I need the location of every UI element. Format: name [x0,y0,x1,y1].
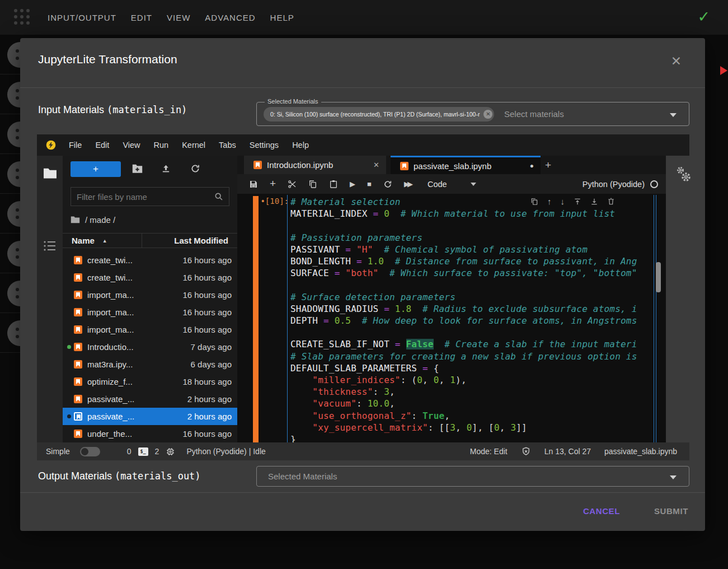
sort-ascending-icon[interactable]: ▲ [102,238,107,244]
material-chip[interactable]: 0: Si, Silicon (100) surface (reconstruc… [264,107,494,122]
move-cell-up-icon[interactable]: ↑ [547,197,552,206]
app-menu-view[interactable]: VIEW [167,13,190,22]
jupyter-menu-file[interactable]: File [62,141,88,150]
kernel-count[interactable]: 2 [155,447,159,456]
jupyter-menu-help[interactable]: Help [285,141,316,150]
close-icon[interactable]: ✕ [671,55,682,68]
check-icon[interactable]: ✓ [697,8,710,26]
kernel-status-icon[interactable] [650,180,658,188]
run-icon[interactable]: ▶ [350,180,355,188]
chevron-down-icon[interactable] [670,113,677,117]
insert-cell-icon[interactable]: + [270,178,276,190]
file-browser-tab-icon[interactable] [43,167,57,179]
app-logo-icon[interactable] [14,9,31,26]
kernel-name-button[interactable]: Python (Pyodide) [583,180,645,189]
terminal-count[interactable]: 0 [127,447,131,456]
statusbar-filename[interactable]: passivate_slab.ipynb [604,447,677,456]
cancel-button[interactable]: CANCEL [583,506,620,516]
file-row[interactable]: Introductio...7 days ago [63,338,237,356]
file-row[interactable]: import_ma...16 hours ago [63,321,237,338]
kernel-chip-icon[interactable] [166,447,175,456]
file-filter-input[interactable] [71,192,214,202]
red-pointer-icon [720,66,727,75]
cell-toolbar: ↑ ↓ [530,197,615,206]
insert-cell-above-icon[interactable] [574,198,581,206]
file-name: create_twi... [87,255,133,265]
chevron-down-icon[interactable] [670,475,677,479]
breadcrumb-path[interactable]: / made / [85,215,115,225]
upload-icon[interactable] [161,164,171,174]
search-icon[interactable] [214,192,223,201]
notebook-scrollbar[interactable] [656,262,661,292]
tab-close-icon[interactable]: ✕ [373,161,379,169]
kernel-running-dot [67,380,71,384]
notebook-icon [74,273,82,282]
output-materials-select[interactable]: Selected Materials [256,466,689,487]
new-folder-icon[interactable] [132,164,143,173]
input-materials-code: (materials_in) [107,104,187,115]
file-row[interactable]: under_the...16 hours ago [63,425,237,442]
cell-type-dropdown[interactable]: Code [428,180,447,189]
jupyterlite-frame: FileEditViewRunKernelTabsSettingsHelp + [37,134,689,498]
kernel-running-dot [67,397,71,401]
jupyter-menu-view[interactable]: View [116,141,147,150]
app-menu-help[interactable]: HELP [270,13,294,22]
file-row[interactable]: passivate_...2 hours ago [63,408,237,425]
file-row[interactable]: create_twi...16 hours ago [63,269,237,286]
cell-collapser-bar[interactable] [253,196,259,442]
tab-passivate-slab-ipynb[interactable]: passivate_slab.ipynb ● [391,156,541,174]
refresh-icon[interactable] [190,164,200,174]
tab-introduction-ipynb[interactable]: Introduction.ipynb ✕ [244,156,386,174]
file-row[interactable]: create_twi...16 hours ago [63,251,237,269]
chip-delete-icon[interactable]: ✕ [483,110,492,119]
restart-run-all-icon[interactable]: ▶▶ [404,180,413,188]
app-menu-input-output[interactable]: INPUT/OUTPUT [48,13,116,22]
file-row[interactable]: mat3ra.ipy...6 days ago [63,356,237,373]
app-menu-advanced[interactable]: ADVANCED [205,13,255,22]
app-menu-edit[interactable]: EDIT [131,13,152,22]
kernel-status-text[interactable]: Python (Pyodide) | Idle [186,447,265,456]
copy-icon[interactable] [308,180,317,189]
code-line: CREATE_SLAB_IF_NOT = False # Create a sl… [290,338,654,350]
jupyter-menu-edit[interactable]: Edit [88,141,116,150]
paste-icon[interactable] [329,180,338,189]
jupyter-menu-kernel[interactable]: Kernel [175,141,212,150]
save-icon[interactable] [249,180,258,189]
insert-cell-below-icon[interactable] [590,198,598,206]
file-row[interactable]: import_ma...16 hours ago [63,304,237,321]
duplicate-cell-icon[interactable] [530,198,538,206]
file-row[interactable]: passivate_...2 hours ago [63,390,237,408]
mode-indicator[interactable]: Mode: Edit [470,447,508,456]
stop-icon[interactable]: ■ [367,180,372,188]
restart-kernel-icon[interactable] [383,180,392,189]
file-row[interactable]: import_ma...16 hours ago [63,286,237,304]
jupyter-menu-tabs[interactable]: Tabs [212,141,243,150]
jupyter-menu-settings[interactable]: Settings [243,141,285,150]
shield-privacy-icon[interactable] [521,446,531,456]
jupyter-menu-run[interactable]: Run [147,141,176,150]
cut-icon[interactable] [288,180,297,189]
chevron-down-icon[interactable] [471,183,476,186]
simple-mode-toggle[interactable] [80,447,100,456]
column-name[interactable]: Name [72,236,95,245]
prompt-number: [10]: [265,197,289,206]
terminal-icon[interactable]: $_ [138,447,148,456]
home-folder-icon[interactable] [71,216,80,223]
new-launcher-button[interactable]: + [71,161,121,177]
drag-handle-icon [7,201,20,227]
footer-divider [20,492,705,493]
settings-gears-icon[interactable] [674,165,693,184]
move-cell-down-icon[interactable]: ↓ [561,197,565,206]
delete-cell-icon[interactable] [607,197,615,206]
code-editor[interactable]: # Material selectionMATERIAL_INDEX = 0 #… [287,195,654,442]
submit-button[interactable]: SUBMIT [654,506,688,516]
file-row[interactable]: optimize_f...18 hours ago [63,373,237,390]
column-last-modified[interactable]: Last Modified [174,236,228,245]
file-modified: 16 hours ago [182,429,232,439]
cursor-position[interactable]: Ln 13, Col 27 [544,447,591,456]
add-tab-icon[interactable]: + [545,159,551,171]
selected-materials-select[interactable]: Selected Materials 0: Si, Silicon (100) … [256,102,689,126]
notebook-icon [74,430,82,438]
table-of-contents-tab-icon[interactable] [43,240,57,252]
kernel-running-dot [67,293,71,297]
